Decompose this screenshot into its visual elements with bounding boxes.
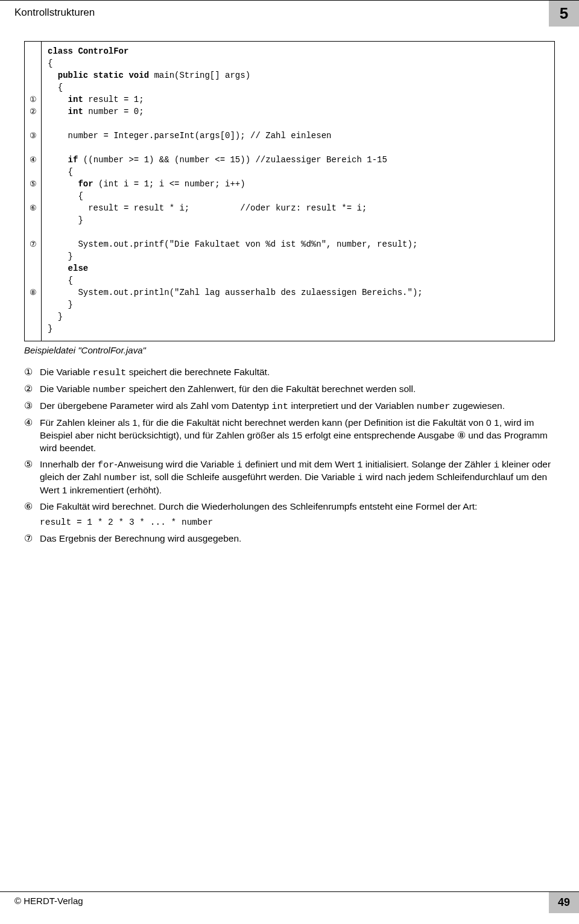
header-title: Kontrollstrukturen <box>0 1 549 27</box>
marker-7: ⑦ <box>25 238 41 250</box>
page-footer: © HERDT-Verlag 49 <box>0 891 579 913</box>
marker-5: ⑤ <box>25 178 41 190</box>
code-caption: Beispieldatei "ControlFor.java" <box>24 345 555 355</box>
item-text: Das Ergebnis der Berechnung wird ausgege… <box>40 533 555 545</box>
marker-3: ③ <box>25 130 41 142</box>
marker-2: ② <box>25 106 41 118</box>
chapter-number-badge: 5 <box>549 1 579 27</box>
item-marker: ④ <box>24 417 40 455</box>
item-text: Die Fakultät wird berechnet. Durch die W… <box>40 501 555 513</box>
item-marker: ① <box>24 366 40 379</box>
explanation-list: ① Die Variable result speichert die bere… <box>24 366 555 545</box>
item-marker: ⑥ <box>24 501 40 513</box>
explanation-item-1: ① Die Variable result speichert die bere… <box>24 366 555 379</box>
explanation-item-6: ⑥ Die Fakultät wird berechnet. Durch die… <box>24 501 555 513</box>
page-header: Kontrollstrukturen 5 <box>0 0 579 27</box>
explanation-item-7: ⑦ Das Ergebnis der Berechnung wird ausge… <box>24 533 555 545</box>
item-marker: ⑤ <box>24 458 40 498</box>
marker-4: ④ <box>25 154 41 166</box>
explanation-item-3: ③ Der übergebene Parameter wird als Zahl… <box>24 400 555 413</box>
item-text: Die Variable result speichert die berech… <box>40 366 555 379</box>
code-marker-column: ① ② ③ ④ ⑤ ⑥ ⑦ ⑧ <box>25 42 42 341</box>
page-number-badge: 49 <box>549 892 579 913</box>
code-body: class ControlFor { public static void ma… <box>42 42 554 341</box>
explanation-item-4: ④ Für Zahlen kleiner als 1, für die die … <box>24 417 555 455</box>
marker-8: ⑧ <box>25 286 41 299</box>
item-text: Der übergebene Parameter wird als Zahl v… <box>40 400 555 413</box>
explanation-item-2: ② Die Variable number speichert den Zahl… <box>24 383 555 396</box>
page-content: ① ② ③ ④ ⑤ ⑥ ⑦ ⑧ class ControlFor { publi… <box>0 27 579 545</box>
publisher-text: © HERDT-Verlag <box>0 892 549 913</box>
item-text: Die Variable number speichert den Zahlen… <box>40 383 555 396</box>
marker-6: ⑥ <box>25 202 41 214</box>
marker-1: ① <box>25 93 41 106</box>
item-marker: ⑦ <box>24 533 40 545</box>
item-marker: ③ <box>24 400 40 413</box>
code-listing: ① ② ③ ④ ⑤ ⑥ ⑦ ⑧ class ControlFor { publi… <box>24 41 555 341</box>
item-text: Innerhalb der for-Anweisung wird die Var… <box>40 458 555 498</box>
formula-text: result = 1 * 2 * 3 * ... * number <box>40 517 555 529</box>
explanation-item-5: ⑤ Innerhalb der for-Anweisung wird die V… <box>24 458 555 498</box>
item-text: Für Zahlen kleiner als 1, für die die Fa… <box>40 417 555 455</box>
item-marker: ② <box>24 383 40 396</box>
